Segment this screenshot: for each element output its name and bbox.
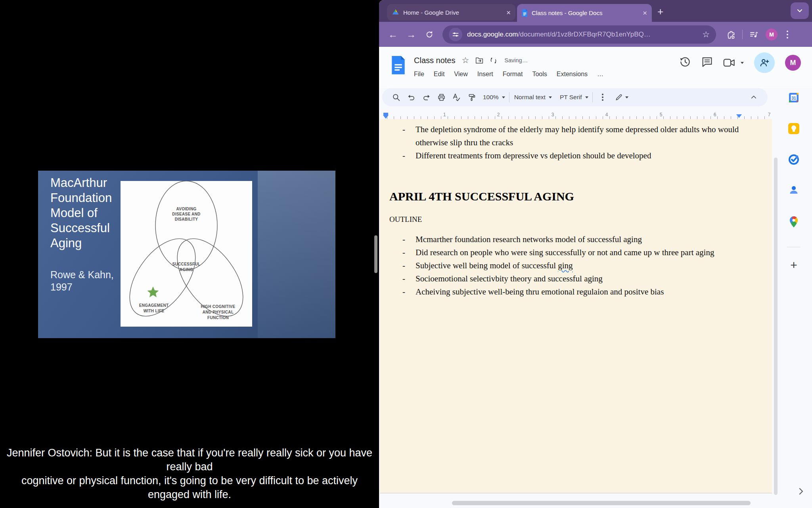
star-document-button[interactable]: ☆ [462, 56, 469, 65]
chevron-down-icon [797, 8, 803, 14]
indent-marker-right[interactable] [736, 114, 742, 118]
font-select[interactable]: PT Serif [559, 90, 588, 104]
get-add-ons-button[interactable]: + [790, 259, 797, 271]
contacts-panel-button[interactable] [789, 185, 799, 216]
google-contacts-icon [789, 185, 799, 195]
show-side-panel-button[interactable] [796, 487, 806, 498]
address-bar[interactable]: docs.google.com/document/d/1vz8rDXFBqrR7… [442, 25, 716, 44]
new-tab-button[interactable]: + [657, 6, 663, 18]
forward-button[interactable]: → [402, 29, 420, 40]
undo-button[interactable] [404, 90, 419, 104]
version-history-button[interactable] [679, 56, 691, 69]
person-add-icon [759, 58, 770, 68]
print-button[interactable] [434, 90, 449, 104]
font-value: PT Serif [559, 94, 583, 101]
vertical-scrollbar[interactable] [774, 158, 778, 495]
menu-tools[interactable]: Tools [532, 71, 547, 78]
docs-header: Class notes ☆ [379, 47, 812, 88]
tab-title: Class notes - Google Docs [532, 10, 639, 16]
caret-down-icon [549, 96, 552, 100]
spellcheck-icon [452, 93, 461, 102]
reload-button[interactable] [420, 30, 439, 39]
editing-mode-button[interactable] [614, 90, 629, 104]
hide-menus-button[interactable] [746, 90, 761, 104]
video-caption: Jennifer Ostovich: But it is the case th… [0, 446, 379, 502]
doc-bullet: - Different treatments from depressive v… [389, 149, 746, 162]
bullet-text: Did research on people who were sing suc… [416, 248, 714, 257]
ruler-number: 5 [660, 112, 663, 117]
share-button[interactable] [754, 52, 775, 73]
media-controls-button[interactable] [745, 30, 762, 39]
extensions-button[interactable] [722, 30, 740, 39]
menu-edit[interactable]: Edit [434, 71, 445, 78]
back-button[interactable]: ← [384, 29, 402, 40]
reload-icon [425, 30, 434, 39]
tasks-panel-button[interactable] [788, 154, 799, 185]
star-icon [147, 287, 159, 297]
google-tasks-icon [788, 154, 799, 165]
google-docs-logo[interactable] [391, 56, 406, 75]
paint-format-button[interactable] [464, 90, 479, 104]
caret-down-icon [585, 96, 588, 100]
browser-menu-button[interactable] [781, 34, 794, 35]
redo-button[interactable] [419, 90, 434, 104]
bullet-text: The depletion syndrome of the elderly ma… [416, 125, 739, 147]
menu-view[interactable]: View [454, 71, 467, 78]
bullet-marker: - [402, 233, 405, 246]
google-maps-icon [789, 216, 799, 228]
menu-insert[interactable]: Insert [477, 71, 493, 78]
spellcheck-button[interactable] [449, 90, 464, 104]
svg-text:31: 31 [791, 96, 796, 100]
zoom-select[interactable]: 100% [482, 90, 505, 104]
paragraph-style-select[interactable]: Normal text [513, 90, 552, 104]
saving-status: Saving… [504, 57, 528, 64]
close-icon[interactable]: × [643, 9, 647, 17]
venn-label-top: DISEASE AND [172, 212, 200, 216]
document-status-button[interactable] [490, 57, 497, 64]
ruler-number: 4 [605, 112, 608, 117]
document-page[interactable]: - The depletion syndrome of the elderly … [380, 119, 772, 493]
toolbar-more-button[interactable] [597, 90, 609, 104]
google-keep-icon [788, 123, 799, 134]
tab-class-notes[interactable]: Class notes - Google Docs × [517, 4, 652, 22]
docs-profile-avatar[interactable]: M [785, 55, 801, 71]
folder-move-icon [475, 57, 483, 64]
doc-bullet: - Mcmarther foundation research networks… [389, 233, 746, 246]
meet-button[interactable] [723, 58, 744, 68]
url-host: docs.google.com [467, 31, 518, 38]
url-text[interactable]: docs.google.com/document/d/1vz8rDXFBqrR7… [467, 31, 697, 38]
search-menus-button[interactable] [389, 90, 404, 104]
doc-title-block: Class notes ☆ [414, 54, 603, 78]
site-settings-button[interactable] [449, 28, 462, 41]
calendar-panel-button[interactable]: 31 [788, 92, 799, 123]
horizontal-scrollbar[interactable] [452, 501, 751, 505]
comments-button[interactable] [701, 56, 713, 69]
move-to-folder-button[interactable] [475, 57, 483, 64]
menu-format[interactable]: Format [503, 71, 523, 78]
docs-header-actions: M [679, 52, 801, 73]
doc-bullet: - Acheiving subjective well-being thru e… [389, 285, 746, 298]
maps-panel-button[interactable] [789, 216, 799, 247]
keep-panel-button[interactable] [788, 123, 799, 154]
bullet-marker: - [402, 259, 405, 272]
document-title[interactable]: Class notes [414, 56, 456, 65]
slide-accent-strip [258, 171, 335, 338]
menu-file[interactable]: File [414, 71, 424, 78]
misspelled-word: ging [558, 261, 573, 270]
printer-icon [437, 93, 446, 102]
bullet-text: Subjective well being model of successfu… [416, 261, 558, 270]
venn-label-right: FUNCTION [207, 316, 229, 320]
venn-ellipse-left [121, 227, 209, 327]
tab-search-button[interactable] [791, 2, 809, 19]
menu-extensions[interactable]: Extensions [557, 71, 588, 78]
zoom-value: 100% [482, 94, 500, 101]
close-icon[interactable]: × [506, 9, 511, 16]
menu-overflow[interactable]: … [597, 71, 603, 78]
chevron-right-icon [796, 487, 806, 496]
overlay-scrollbar-thumb[interactable] [374, 235, 377, 273]
browser-profile-avatar[interactable]: M [766, 29, 778, 40]
toolbar-separator [509, 92, 509, 102]
bookmark-star-icon[interactable]: ☆ [702, 30, 710, 39]
tab-google-drive[interactable]: Home - Google Drive × [387, 4, 515, 21]
indent-marker-left-triangle[interactable] [383, 115, 389, 119]
